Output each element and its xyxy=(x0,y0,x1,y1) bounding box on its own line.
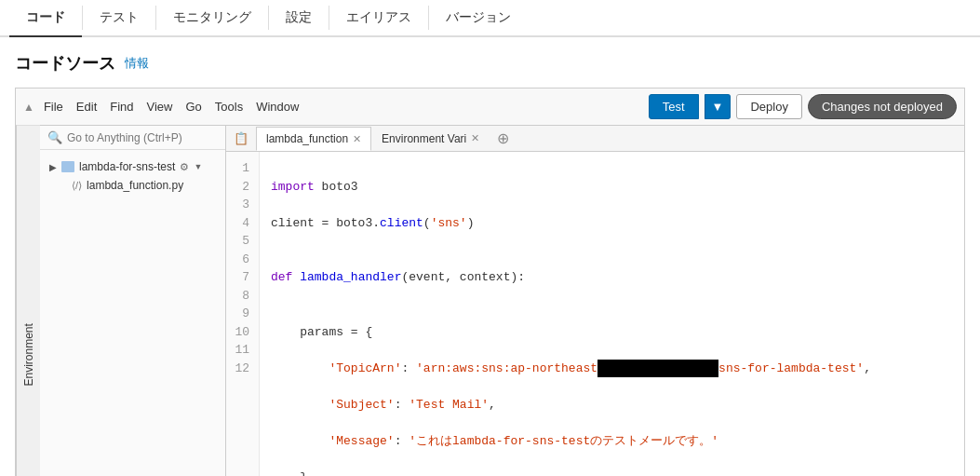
top-navigation: コード テスト モニタリング 設定 エイリアス バージョン xyxy=(0,0,980,37)
code-line-1: import boto3 xyxy=(271,178,953,197)
code-line-7: 'TopicArn': 'arn:aws:sns:ap-northeast​sn… xyxy=(271,360,953,378)
menu-file[interactable]: File xyxy=(40,98,67,116)
menu-window[interactable]: Window xyxy=(252,98,302,116)
file-tree: ▶ lambda-for-sns-test ⚙ ▼ ⟨/⟩ lambda_fun… xyxy=(40,150,225,202)
code-content: 1 2 3 4 5 6 7 8 9 10 11 12 import boto3 … xyxy=(226,152,964,476)
search-icon: 🔍 xyxy=(47,130,62,144)
folder-arrow-icon: ▶ xyxy=(49,162,57,172)
editor-tabs: 📋 lambda_function ✕ Environment Vari ✕ ⊕ xyxy=(226,126,964,152)
file-item[interactable]: ⟨/⟩ lambda_function.py xyxy=(46,176,220,195)
code-editor[interactable]: import boto3 client = boto3.client('sns'… xyxy=(260,152,964,476)
editor-toolbar: ▲ File Edit Find View Go Tools Window Te… xyxy=(15,88,965,125)
code-line-8: 'Subject': 'Test Mail', xyxy=(271,396,953,415)
file-explorer: 🔍 ▶ lambda-for-sns-test ⚙ ▼ ⟨/⟩ lambda_f… xyxy=(40,126,226,476)
tab-lambda-function-close[interactable]: ✕ xyxy=(353,133,361,145)
tab-env-var[interactable]: Environment Vari ✕ xyxy=(371,127,490,151)
menu-view[interactable]: View xyxy=(143,98,177,116)
folder-icon xyxy=(61,161,74,172)
line-num-9: 9 xyxy=(234,305,249,323)
code-line-6: params = { xyxy=(271,323,953,342)
line-num-1: 1 xyxy=(234,159,249,178)
menu-find[interactable]: Find xyxy=(106,98,137,116)
line-num-2: 2 xyxy=(234,178,249,197)
tab-alias[interactable]: エイリアス xyxy=(329,0,428,37)
menu-edit[interactable]: Edit xyxy=(73,98,101,116)
test-button[interactable]: Test xyxy=(649,94,699,119)
tab-env-var-label: Environment Vari xyxy=(382,132,466,145)
tab-monitoring[interactable]: モニタリング xyxy=(156,0,268,37)
changes-not-deployed-button[interactable]: Changes not deployed xyxy=(808,94,957,119)
section-header: コードソース 情報 xyxy=(15,52,965,75)
code-line-2: client = boto3.client('sns') xyxy=(271,214,953,233)
environment-sidebar[interactable]: Environment xyxy=(16,126,40,476)
tab-lambda-function-label: lambda_function xyxy=(266,132,348,145)
code-line-10: } xyxy=(271,469,953,477)
line-numbers: 1 2 3 4 5 6 7 8 9 10 11 12 xyxy=(226,152,260,476)
tab-settings[interactable]: 設定 xyxy=(269,0,329,37)
tab-add-button[interactable]: ⊕ xyxy=(490,126,517,151)
line-num-12: 12 xyxy=(234,360,249,378)
gear-dropdown-icon[interactable]: ▼ xyxy=(194,162,202,171)
menu-go[interactable]: Go xyxy=(182,98,206,116)
line-num-5: 5 xyxy=(234,232,249,251)
section-title: コードソース xyxy=(15,52,115,75)
deploy-button[interactable]: Deploy xyxy=(736,94,801,119)
collapse-icon[interactable]: ▲ xyxy=(23,101,34,114)
line-num-8: 8 xyxy=(234,287,249,306)
line-num-6: 6 xyxy=(234,251,249,269)
tab-code[interactable]: コード xyxy=(9,0,82,37)
line-num-11: 11 xyxy=(234,341,249,360)
search-input[interactable] xyxy=(67,131,218,144)
line-num-7: 7 xyxy=(234,268,249,287)
gear-icon[interactable]: ⚙ xyxy=(180,161,189,173)
code-line-9: 'Message': 'これはlambda-for-sns-testのテストメー… xyxy=(271,432,953,451)
info-link[interactable]: 情報 xyxy=(125,55,149,72)
line-num-3: 3 xyxy=(234,196,249,214)
folder-item[interactable]: ▶ lambda-for-sns-test ⚙ ▼ xyxy=(46,157,220,176)
code-pane: 📋 lambda_function ✕ Environment Vari ✕ ⊕… xyxy=(226,126,964,476)
tab-test[interactable]: テスト xyxy=(83,0,155,37)
tab-version[interactable]: バージョン xyxy=(429,0,528,37)
copy-icon[interactable]: 📋 xyxy=(232,128,256,149)
search-bar: 🔍 xyxy=(40,126,225,150)
folder-name: lambda-for-sns-test xyxy=(79,160,175,173)
file-name: lambda_function.py xyxy=(87,179,183,192)
tab-lambda-function[interactable]: lambda_function ✕ xyxy=(256,127,371,151)
test-dropdown-button[interactable]: ▼ xyxy=(705,94,732,119)
line-num-10: 10 xyxy=(234,323,249,342)
main-content: コードソース 情報 ▲ File Edit Find View Go Tools… xyxy=(0,37,980,476)
editor-container: Environment 🔍 ▶ lambda-for-sns-test ⚙ ▼ … xyxy=(15,125,965,476)
tab-env-var-close[interactable]: ✕ xyxy=(471,132,479,144)
file-type-icon: ⟨/⟩ xyxy=(72,180,82,192)
line-num-4: 4 xyxy=(234,214,249,233)
code-line-4: def lambda_handler(event, context): xyxy=(271,268,953,287)
menu-tools[interactable]: Tools xyxy=(211,98,247,116)
